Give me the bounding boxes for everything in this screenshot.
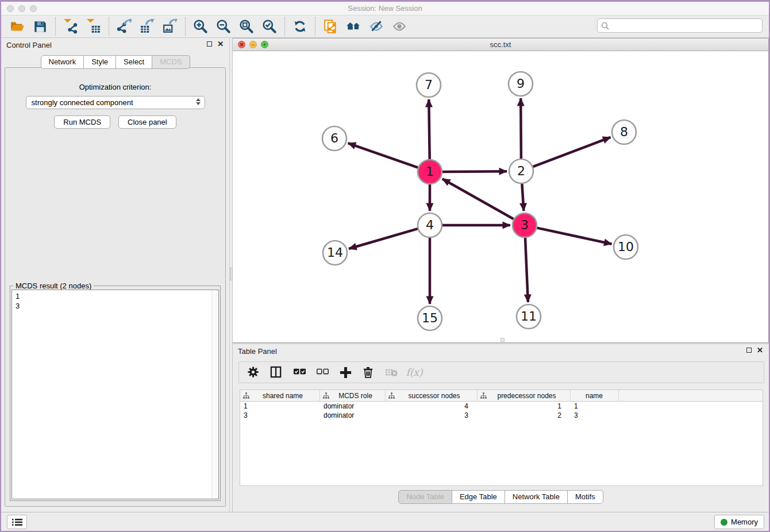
- graph-node-10[interactable]: 10: [614, 235, 638, 259]
- search-box[interactable]: [597, 18, 763, 33]
- export-network-icon: [117, 19, 132, 34]
- table-cell[interactable]: 2: [478, 411, 571, 420]
- close-panel-button[interactable]: Close panel: [118, 115, 176, 129]
- zoom-selected-button[interactable]: [258, 17, 281, 36]
- delete-column-button[interactable]: [360, 364, 377, 381]
- table-cell[interactable]: dominator: [320, 411, 386, 420]
- run-mcds-button[interactable]: Run MCDS: [54, 115, 110, 129]
- column-header-name[interactable]: name: [571, 390, 619, 401]
- gear-button[interactable]: [245, 364, 262, 381]
- graph-node-6[interactable]: 6: [322, 126, 346, 151]
- table-cell[interactable]: 4: [386, 402, 478, 411]
- import-network-icon: [63, 19, 78, 34]
- graph-node-15[interactable]: 15: [418, 306, 442, 330]
- edge-2-8[interactable]: [533, 137, 611, 167]
- clone-network-button[interactable]: [319, 17, 342, 36]
- export-table-button[interactable]: [136, 17, 159, 36]
- graph-node-8[interactable]: 8: [612, 120, 636, 144]
- edge-3-11[interactable]: [525, 238, 528, 302]
- tab-edge-table[interactable]: Edge Table: [452, 490, 505, 504]
- import-table-button[interactable]: [82, 17, 105, 36]
- first-neighbors-button[interactable]: [342, 17, 365, 36]
- graph-node-11[interactable]: 11: [517, 304, 541, 329]
- table-cell[interactable]: 1: [478, 402, 571, 411]
- tab-mcds[interactable]: MCDS: [152, 55, 190, 69]
- zoom-fit-icon: [239, 19, 254, 34]
- float-table-panel-icon[interactable]: [746, 348, 752, 353]
- zoom-selected-icon: [262, 19, 277, 34]
- canvas-resize-grip[interactable]: [500, 338, 505, 342]
- memory-label: Memory: [731, 518, 758, 526]
- table-cell[interactable]: 1: [240, 402, 320, 411]
- edge-1-7[interactable]: [429, 99, 429, 159]
- mcds-result-scrollbar[interactable]: [211, 290, 218, 499]
- import-network-button[interactable]: [59, 17, 82, 36]
- edge-2-9[interactable]: [521, 98, 521, 159]
- table-cell[interactable]: 3: [386, 411, 478, 420]
- mcds-result-text[interactable]: 1 3: [11, 290, 219, 499]
- tab-network[interactable]: Network: [41, 55, 84, 69]
- split-view-button[interactable]: [268, 364, 285, 381]
- select-all-checkboxes-button[interactable]: [291, 364, 308, 381]
- export-table-icon: [140, 19, 155, 34]
- table-row[interactable]: 3dominator323: [240, 411, 763, 420]
- graph-node-9[interactable]: 9: [509, 72, 533, 96]
- open-folder-button[interactable]: [6, 17, 29, 36]
- refresh-layout-button[interactable]: [288, 17, 311, 36]
- edge-3-1[interactable]: [442, 179, 514, 219]
- column-header-predecessor-nodes[interactable]: predecessor nodes: [478, 390, 571, 401]
- graph-node-4[interactable]: 4: [418, 213, 442, 237]
- zoom-in-button[interactable]: [189, 17, 212, 36]
- show-all-button[interactable]: [388, 17, 411, 36]
- graph-node-7[interactable]: 7: [417, 73, 441, 97]
- save-session-button[interactable]: [29, 17, 52, 36]
- edge-4-14[interactable]: [349, 229, 418, 249]
- graph-node-14[interactable]: 14: [323, 241, 347, 265]
- edge-1-2[interactable]: [442, 171, 507, 172]
- close-table-panel-icon[interactable]: ✕: [757, 347, 763, 353]
- close-panel-icon[interactable]: ✕: [217, 41, 224, 47]
- optimization-criterion-select[interactable]: strongly connected component: [26, 96, 205, 109]
- search-input[interactable]: [609, 22, 762, 30]
- column-header-shared-name[interactable]: shared name: [240, 390, 320, 401]
- tab-network-table[interactable]: Network Table: [505, 490, 568, 504]
- task-history-button[interactable]: [7, 515, 27, 529]
- table-cell[interactable]: 3: [240, 411, 320, 420]
- table-cell[interactable]: 1: [571, 402, 619, 411]
- titlebar: Session: New Session: [1, 2, 769, 16]
- control-panel-tabs: NetworkStyleSelectMCDS: [1, 55, 229, 69]
- float-panel-icon[interactable]: [207, 41, 212, 47]
- table-cell[interactable]: 3: [571, 411, 619, 420]
- svg-text:9: 9: [517, 76, 525, 91]
- status-bar: Memory: [1, 512, 769, 531]
- hide-selected-button[interactable]: [365, 17, 388, 36]
- tab-select[interactable]: Select: [116, 55, 152, 69]
- export-image-button[interactable]: [159, 17, 182, 36]
- edge-1-6[interactable]: [348, 143, 418, 168]
- tab-motifs[interactable]: Motifs: [568, 490, 603, 504]
- zoom-out-button[interactable]: [212, 17, 235, 36]
- control-panel: Control Panel ✕ NetworkStyleSelectMCDS O…: [1, 38, 229, 512]
- tab-style[interactable]: Style: [84, 55, 116, 69]
- graph-node-2[interactable]: 2: [509, 159, 533, 183]
- graph-node-3[interactable]: 3: [513, 213, 537, 237]
- zoom-fit-button[interactable]: [235, 17, 258, 36]
- add-column-button[interactable]: [337, 364, 354, 381]
- edge-3-10[interactable]: [537, 228, 612, 244]
- toolbar-separator: [315, 17, 315, 36]
- table-panel-title: Table Panel: [238, 347, 277, 356]
- deselect-all-checkboxes-button[interactable]: [314, 364, 331, 381]
- function-builder-button: f(x): [406, 364, 423, 381]
- table-row[interactable]: 1dominator411: [240, 402, 763, 411]
- column-header-MCDS-role[interactable]: MCDS role: [320, 390, 386, 401]
- graph-node-1[interactable]: 1: [418, 160, 442, 184]
- tab-node-table[interactable]: Node Table: [398, 490, 452, 504]
- export-network-button[interactable]: [113, 17, 136, 36]
- network-canvas[interactable]: 7968124314101511: [233, 51, 768, 342]
- mcds-tab-content: Optimization criterion: strongly connect…: [5, 67, 226, 507]
- table-cell[interactable]: dominator: [320, 402, 386, 411]
- edge-2-3[interactable]: [522, 184, 523, 211]
- add-column-icon: [339, 366, 352, 379]
- memory-button[interactable]: Memory: [714, 515, 764, 529]
- column-header-successor-nodes[interactable]: successor nodes: [386, 390, 478, 401]
